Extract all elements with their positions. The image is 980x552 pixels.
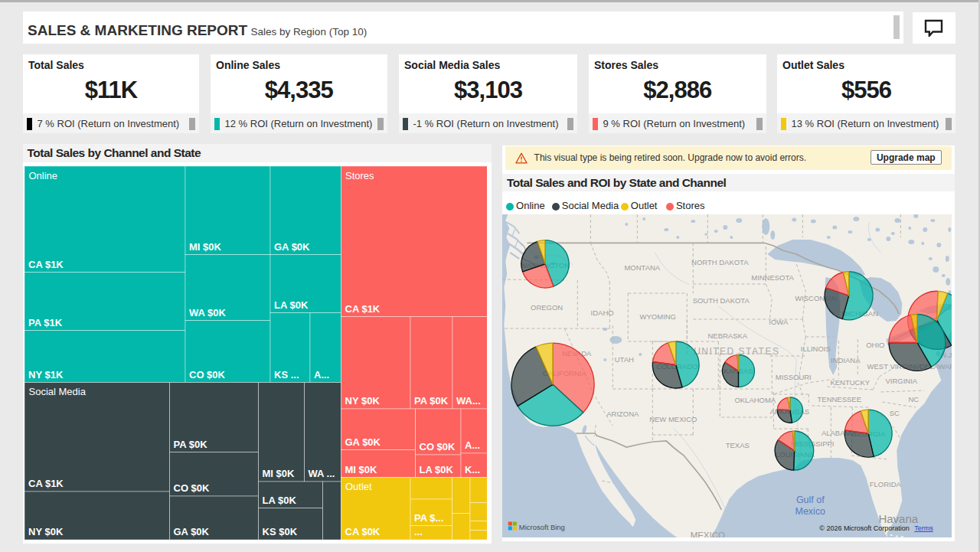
svg-text:...: ... — [414, 526, 423, 537]
svg-text:K...: K... — [465, 463, 480, 475]
svg-text:Social Media: Social Media — [28, 386, 86, 397]
svg-text:Stores: Stores — [345, 169, 374, 181]
svg-text:CA $1K: CA $1K — [345, 302, 380, 314]
svg-text:KS $0K: KS $0K — [262, 526, 297, 537]
svg-text:WYOMING: WYOMING — [639, 312, 675, 321]
svg-text:INDIANA: INDIANA — [831, 356, 861, 364]
svg-text:Havana: Havana — [878, 512, 918, 525]
svg-text:TENNESSEE: TENNESSEE — [817, 395, 861, 403]
svg-text:NC: NC — [908, 395, 919, 403]
svg-text:GA $0K: GA $0K — [274, 240, 310, 252]
svg-text:Mexico: Mexico — [795, 506, 825, 517]
svg-text:OREGON: OREGON — [531, 303, 563, 312]
svg-text:ILLINOIS: ILLINOIS — [800, 345, 830, 353]
svg-text:A...: A... — [465, 439, 480, 451]
svg-text:MI $0K: MI $0K — [345, 463, 377, 475]
svg-text:Online: Online — [28, 169, 57, 181]
svg-text:GA $0K: GA $0K — [173, 526, 209, 537]
svg-text:LA $0K: LA $0K — [419, 463, 453, 475]
svg-text:NEW MEXICO: NEW MEXICO — [649, 415, 697, 423]
svg-text:SC: SC — [889, 409, 899, 417]
svg-text:MI $0K: MI $0K — [262, 468, 295, 479]
svg-text:© 2026 Microsoft Corporation: © 2026 Microsoft Corporation — [819, 524, 909, 532]
svg-text:OHIO: OHIO — [866, 341, 884, 349]
svg-text:MI $0K: MI $0K — [189, 240, 222, 252]
svg-text:MEXICO: MEXICO — [690, 531, 724, 537]
svg-text:CO $0K: CO $0K — [173, 482, 210, 494]
svg-text:Gulf of: Gulf of — [796, 495, 825, 505]
svg-text:LA $0K: LA $0K — [262, 494, 296, 505]
svg-text:SOUTH DAKOTA: SOUTH DAKOTA — [692, 296, 750, 305]
svg-text:A...: A... — [314, 368, 329, 380]
svg-text:CA $1K: CA $1K — [28, 258, 64, 269]
svg-text:NY $0K: NY $0K — [28, 526, 64, 537]
svg-text:IDAHO: IDAHO — [590, 309, 613, 317]
svg-text:OKLAHOMA: OKLAHOMA — [734, 396, 776, 404]
svg-text:IOWA: IOWA — [769, 318, 789, 326]
svg-text:NY $0K: NY $0K — [345, 395, 380, 407]
svg-text:Microsoft Bing: Microsoft Bing — [518, 523, 564, 531]
svg-text:PA $0K: PA $0K — [173, 438, 207, 449]
svg-text:GA $0K: GA $0K — [345, 436, 381, 447]
svg-text:MISSOURI: MISSOURI — [776, 373, 812, 381]
svg-text:WA ...: WA ... — [308, 468, 335, 479]
svg-text:VIRGINIA: VIRGINIA — [885, 377, 917, 385]
svg-text:CA $1K: CA $1K — [28, 478, 64, 489]
svg-text:TEXAS: TEXAS — [725, 441, 749, 449]
svg-text:KENTUCKY: KENTUCKY — [830, 378, 870, 387]
svg-text:NEBRASKA: NEBRASKA — [707, 332, 747, 340]
svg-text:WA $0K: WA $0K — [189, 306, 227, 318]
svg-text:LA $0K: LA $0K — [274, 299, 309, 310]
svg-text:CA $0K: CA $0K — [345, 526, 380, 537]
svg-text:FLORIDA: FLORIDA — [869, 480, 901, 488]
svg-text:NORTH DAKOTA: NORTH DAKOTA — [691, 258, 749, 266]
svg-text:Outlet: Outlet — [345, 481, 372, 492]
svg-text:UTAH: UTAH — [614, 355, 633, 364]
svg-text:NY $1K: NY $1K — [28, 368, 64, 380]
svg-text:CO $0K: CO $0K — [419, 441, 456, 452]
svg-text:MONTANA: MONTANA — [624, 263, 660, 272]
svg-text:KS ...: KS ... — [274, 368, 299, 380]
svg-text:CO $0K: CO $0K — [189, 368, 226, 380]
svg-text:MINNESOTA: MINNESOTA — [751, 273, 794, 282]
svg-text:Terms: Terms — [914, 524, 933, 532]
svg-text:PA $0K: PA $0K — [414, 395, 449, 407]
svg-text:PA $1K: PA $1K — [28, 316, 63, 328]
svg-text:ARIZONA: ARIZONA — [606, 410, 639, 418]
svg-text:WA...: WA... — [456, 395, 481, 407]
svg-text:PA $...: PA $... — [414, 511, 443, 523]
